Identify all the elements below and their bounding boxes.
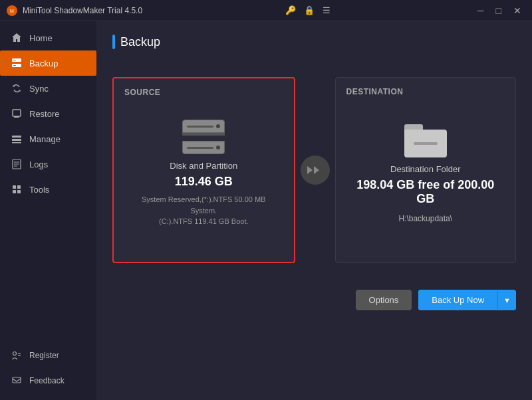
disk-icon <box>182 120 225 154</box>
titlebar-toolbar-icons: 🔑 🔒 ☰ <box>285 5 331 15</box>
destination-label: DESTINATION <box>346 87 404 96</box>
svg-rect-6 <box>13 110 21 116</box>
svg-text:M: M <box>10 9 14 13</box>
window-controls[interactable]: ─ □ ✕ <box>473 4 525 17</box>
destination-panel[interactable]: DESTINATION Destination Folder 198.04 GB… <box>335 77 517 263</box>
backup-icon <box>11 57 23 69</box>
sidebar-label-register: Register <box>29 351 59 360</box>
manage-icon <box>11 133 23 145</box>
arrow-button <box>301 155 330 185</box>
backup-dropdown-button[interactable]: ▼ <box>497 291 516 310</box>
app-icon: M <box>7 5 17 16</box>
app-body: Home Backup Sync <box>0 21 532 400</box>
options-button[interactable]: Options <box>356 290 412 310</box>
sidebar-item-logs[interactable]: Logs <box>0 151 96 177</box>
sidebar-label-backup: Backup <box>29 58 58 68</box>
sidebar-label-restore: Restore <box>29 109 60 119</box>
restore-icon <box>11 108 23 120</box>
titlebar-left: M MiniTool ShadowMaker Trial 4.5.0 <box>7 5 142 16</box>
main-content: Backup SOURCE <box>96 21 532 400</box>
source-details: System Reserved,(*:).NTFS 50.00 MB Syste… <box>137 194 270 227</box>
sidebar-item-register[interactable]: Register <box>0 343 96 368</box>
source-icon-area <box>182 120 225 154</box>
key-icon[interactable]: 🔑 <box>285 5 296 15</box>
backup-button-group: Back Up Now ▼ <box>418 290 516 310</box>
sidebar-label-sync: Sync <box>29 84 49 94</box>
lock-icon[interactable]: 🔒 <box>304 5 315 15</box>
sidebar-label-feedback: Feedback <box>29 376 65 385</box>
svg-rect-8 <box>12 136 21 138</box>
feedback-icon <box>11 375 23 387</box>
sidebar: Home Backup Sync <box>0 21 96 400</box>
svg-rect-18 <box>17 190 21 193</box>
sidebar-item-tools[interactable]: Tools <box>0 177 96 202</box>
destination-icon-area <box>404 124 447 157</box>
sidebar-label-manage: Manage <box>29 134 61 144</box>
source-panel[interactable]: SOURCE Disk and Partition <box>112 77 295 263</box>
source-size: 119.46 GB <box>175 175 233 189</box>
svg-rect-16 <box>17 185 21 189</box>
home-icon <box>11 32 23 44</box>
bottom-bar: Options Back Up Now ▼ <box>112 290 516 310</box>
sidebar-bottom: Register Feedback <box>0 343 96 400</box>
logs-icon <box>11 158 23 170</box>
svg-rect-9 <box>12 139 21 141</box>
title-accent-bar <box>112 35 115 49</box>
svg-rect-15 <box>13 185 16 189</box>
sync-icon <box>11 82 23 94</box>
backup-now-button[interactable]: Back Up Now <box>418 290 497 310</box>
close-button[interactable]: ✕ <box>509 4 525 17</box>
sidebar-item-manage[interactable]: Manage <box>0 126 96 151</box>
folder-icon <box>404 124 447 157</box>
svg-marker-24 <box>314 166 319 174</box>
svg-marker-23 <box>307 166 313 174</box>
backup-panels: SOURCE Disk and Partition <box>112 64 516 276</box>
sidebar-item-sync[interactable]: Sync <box>0 76 96 101</box>
source-label: SOURCE <box>124 88 160 97</box>
sidebar-label-home: Home <box>29 33 53 43</box>
svg-rect-4 <box>13 60 16 60</box>
sidebar-label-tools: Tools <box>29 185 49 195</box>
destination-free-space: 198.04 GB free of 200.00 GB <box>346 178 505 206</box>
sidebar-item-backup[interactable]: Backup <box>0 50 96 76</box>
source-name: Disk and Partition <box>170 161 237 171</box>
menu-icon[interactable]: ☰ <box>323 5 331 15</box>
page-title-container: Backup <box>112 35 516 49</box>
svg-point-19 <box>13 352 17 355</box>
destination-name: Destination Folder <box>390 164 461 174</box>
sidebar-item-home[interactable]: Home <box>0 25 96 50</box>
minimize-button[interactable]: ─ <box>473 4 488 17</box>
sidebar-label-logs: Logs <box>29 159 48 169</box>
titlebar: M MiniTool ShadowMaker Trial 4.5.0 🔑 🔒 ☰… <box>0 0 532 21</box>
svg-rect-10 <box>12 142 21 144</box>
app-title: MiniTool ShadowMaker Trial 4.5.0 <box>23 6 142 15</box>
destination-path: H:\backupdata\ <box>398 214 452 223</box>
arrow-container <box>295 155 335 185</box>
svg-rect-5 <box>13 65 16 66</box>
svg-rect-7 <box>14 116 19 118</box>
sidebar-item-feedback[interactable]: Feedback <box>0 368 96 393</box>
sidebar-item-restore[interactable]: Restore <box>0 101 96 126</box>
register-icon <box>11 350 23 361</box>
maximize-button[interactable]: □ <box>492 4 505 17</box>
page-title: Backup <box>120 35 160 49</box>
svg-rect-17 <box>13 190 16 193</box>
tools-icon <box>11 183 23 195</box>
svg-rect-22 <box>13 377 21 383</box>
